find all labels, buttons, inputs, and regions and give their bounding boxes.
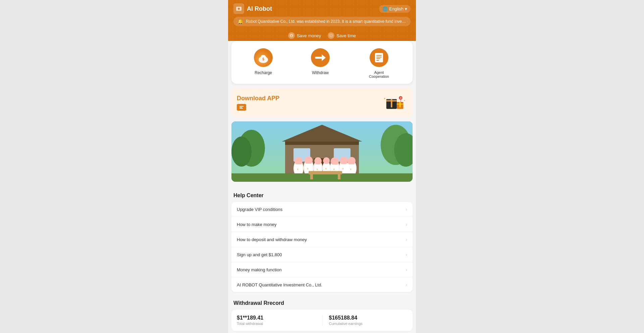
help-item-make-money[interactable]: How to make money › <box>231 217 413 232</box>
svg-rect-21 <box>376 60 379 61</box>
chevron-right-icon-6: › <box>406 282 407 287</box>
withdrawal-label-2: Cumulative earnings <box>329 322 408 326</box>
svg-rect-20 <box>376 58 380 59</box>
help-item-make-money-label: How to make money <box>237 222 277 227</box>
withdraw-label: Withdraw <box>312 70 329 75</box>
agent-cooperation-label: Agent Cooperation <box>367 70 391 78</box>
chevron-right-icon-3: › <box>406 237 407 242</box>
svg-rect-17 <box>375 53 383 62</box>
svg-text:✦: ✦ <box>383 97 386 100</box>
help-item-company[interactable]: AI ROBOT Quantitative Investment Co., Lt… <box>231 277 413 292</box>
app-title: AI Robot <box>247 5 272 12</box>
svg-rect-25 <box>239 108 243 109</box>
recharge-label: Recharge <box>255 70 272 75</box>
svg-point-58 <box>305 156 313 164</box>
svg-text:$: $ <box>291 35 292 37</box>
save-money-icon: $ <box>288 32 295 39</box>
save-time-label: Save time <box>336 33 356 38</box>
svg-rect-32 <box>399 102 401 107</box>
help-item-function-label: Money making function <box>237 267 282 272</box>
svg-rect-23 <box>239 106 244 107</box>
bell-icon: 🔔 <box>237 19 243 24</box>
logo-area: AI Robot <box>233 3 272 14</box>
help-item-company-label: AI ROBOT Quantitative Investment Co., Lt… <box>237 282 322 287</box>
svg-point-59 <box>314 157 322 165</box>
help-item-deposit-label: How to deposit and withdraw money <box>237 237 307 242</box>
help-center-section: Help Center Upgrade VIP conditions › How… <box>228 187 416 298</box>
withdraw-action[interactable]: Withdraw <box>310 48 330 78</box>
svg-text:$: $ <box>262 57 264 61</box>
language-label: English <box>389 6 404 11</box>
svg-point-61 <box>331 157 339 165</box>
svg-text:♥: ♥ <box>400 97 402 100</box>
chevron-right-icon: › <box>406 207 407 212</box>
svg-rect-79 <box>309 171 342 174</box>
withdrawal-item-2: $165188.84 Cumulative earnings <box>329 315 408 326</box>
svg-point-60 <box>323 157 330 164</box>
help-item-deposit-withdraw[interactable]: How to deposit and withdraw money › <box>231 232 413 247</box>
agent-cooperation-action[interactable]: Agent Cooperation <box>367 48 391 78</box>
withdrawal-label-1: Total withdrawal <box>237 322 315 326</box>
svg-rect-70 <box>347 164 356 174</box>
help-item-function[interactable]: Money making function › <box>231 262 413 277</box>
help-item-signup-label: Sign up and get $1,800 <box>237 252 282 257</box>
withdrawal-card: $1**189.41 Total withdrawal $165188.84 C… <box>231 310 413 331</box>
withdrawal-item-1: $1**189.41 Total withdrawal <box>237 315 315 326</box>
save-time-badge: Save time <box>328 32 356 39</box>
withdrawal-section: Withdrawal Rrecord $1**189.41 Total with… <box>228 298 416 333</box>
svg-point-1 <box>238 8 240 10</box>
action-card: $ Recharge Withdraw <box>231 41 413 84</box>
recharge-action[interactable]: $ Recharge <box>253 48 273 78</box>
svg-rect-24 <box>239 107 242 108</box>
svg-rect-80 <box>310 174 313 179</box>
svg-rect-64 <box>294 164 303 174</box>
download-app-banner[interactable]: Download APP <box>231 88 413 117</box>
save-money-badge: $ Save money <box>288 32 321 39</box>
chevron-right-icon-5: › <box>406 267 407 272</box>
hero-image: $ $ $ $ $ $ $ <box>231 121 413 182</box>
announcement-bar: 🔔 Robot Quantitative Co., Ltd. was estab… <box>233 17 411 26</box>
help-item-vip-label: Upgrade VIP conditions <box>237 207 282 212</box>
help-item-signup[interactable]: Sign up and get $1,800 › <box>231 247 413 262</box>
svg-point-57 <box>294 157 303 165</box>
gift-image: ♥ ✦ ✦ <box>380 93 407 113</box>
announcement-text: Robot Quantitative Co., Ltd. was establi… <box>246 19 407 24</box>
svg-rect-46 <box>285 142 359 145</box>
svg-rect-33 <box>397 103 404 104</box>
save-time-icon <box>328 32 334 39</box>
help-item-vip[interactable]: Upgrade VIP conditions › <box>231 202 413 217</box>
chevron-down-icon: ▾ <box>405 6 407 11</box>
svg-point-63 <box>347 157 356 165</box>
svg-rect-14 <box>315 57 322 59</box>
chevron-right-icon-4: › <box>406 252 407 257</box>
withdrawal-title: Withdrawal Rrecord <box>228 300 416 310</box>
svg-text:✦: ✦ <box>404 99 406 102</box>
help-center-title: Help Center <box>228 192 416 202</box>
svg-rect-19 <box>376 57 382 57</box>
svg-rect-78 <box>231 173 413 182</box>
svg-point-42 <box>231 136 252 167</box>
divider <box>322 315 322 326</box>
chevron-right-icon-2: › <box>406 222 407 227</box>
help-center-card: Upgrade VIP conditions › How to make mon… <box>231 202 413 292</box>
download-sub-icon <box>237 104 246 111</box>
svg-point-62 <box>340 157 348 165</box>
withdrawal-amount-1: $1**189.41 <box>237 315 315 321</box>
app-logo-icon <box>233 3 244 14</box>
save-money-label: Save money <box>297 33 321 38</box>
language-button[interactable]: 🌐 English ▾ <box>379 5 411 13</box>
withdrawal-amount-2: $165188.84 <box>329 315 408 321</box>
svg-rect-18 <box>376 55 382 56</box>
download-app-title: Download APP <box>237 95 279 102</box>
svg-rect-81 <box>338 174 340 179</box>
globe-icon: 🌐 <box>382 6 388 11</box>
svg-rect-29 <box>386 100 397 101</box>
